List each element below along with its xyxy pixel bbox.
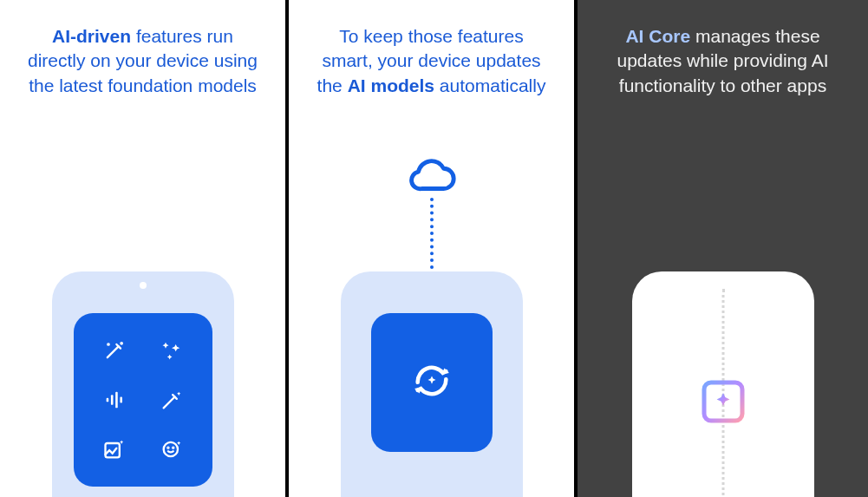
headline-1-bold: AI-driven <box>52 26 131 46</box>
svg-point-9 <box>173 448 173 448</box>
svg-rect-3 <box>110 395 113 405</box>
panel-ai-core: AI Core manages these updates while prov… <box>578 0 868 497</box>
magic-edit-icon <box>152 382 192 417</box>
device-silhouette-3 <box>632 271 814 497</box>
headline-1: AI-driven features run directly on your … <box>0 0 285 98</box>
svg-rect-4 <box>115 392 118 409</box>
panel-ai-driven: AI-driven features run directly on your … <box>0 0 289 497</box>
svg-rect-5 <box>120 396 122 402</box>
svg-point-8 <box>167 448 168 448</box>
image-sparkle-icon <box>95 432 134 468</box>
wand-icon <box>95 332 134 368</box>
headline-2: To keep those features smart, your devic… <box>289 0 574 98</box>
svg-rect-6 <box>105 443 119 457</box>
sync-tile <box>371 313 493 452</box>
device-notch <box>140 282 147 289</box>
headline-3: AI Core manages these updates while prov… <box>578 0 868 98</box>
audio-bars-icon <box>95 382 134 417</box>
ai-chip-icon <box>689 367 758 436</box>
device-silhouette <box>52 271 234 497</box>
headline-2-post: automatically <box>434 75 545 95</box>
feature-icon-grid <box>74 313 212 487</box>
svg-rect-2 <box>106 398 108 402</box>
device-silhouette-2 <box>341 271 523 497</box>
sparkle-lines-icon <box>152 332 192 368</box>
cloud-icon <box>397 156 467 198</box>
headline-3-bold: AI Core <box>625 26 690 46</box>
panel-updates: To keep those features smart, your devic… <box>289 0 578 497</box>
svg-point-7 <box>163 442 177 456</box>
svg-point-0 <box>121 343 121 343</box>
sync-sparkle-icon <box>407 356 457 409</box>
svg-point-1 <box>108 343 108 344</box>
headline-2-bold: AI models <box>348 75 434 95</box>
face-add-sparkle-icon <box>152 432 192 468</box>
